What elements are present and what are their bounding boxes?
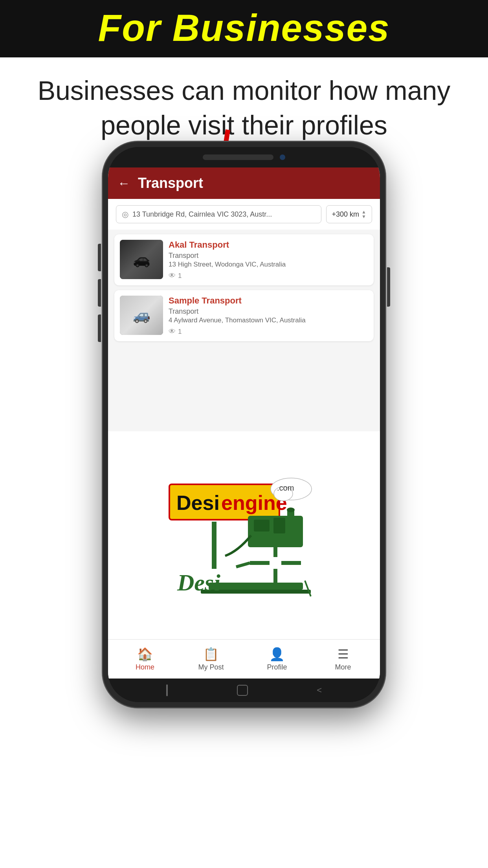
phone-frame: ← Transport ◎ 13 Tunbridge Rd, Cairnlea …	[103, 142, 385, 708]
header-title: For Businesses	[12, 7, 476, 49]
hi-bar	[166, 684, 168, 696]
screen-content: ← Transport ◎ 13 Tunbridge Rd, Cairnlea …	[108, 167, 380, 679]
home-icon: 🏠	[137, 647, 153, 662]
business-category-2: Transport	[169, 307, 368, 316]
view-number-1: 1	[178, 272, 182, 280]
business-address-2: 4 Aylward Avenue, Thomastown VIC, Austra…	[169, 316, 368, 324]
svg-point-14	[287, 508, 295, 512]
business-info-1: Akal Transport Transport 13 High Street,…	[169, 240, 368, 280]
business-image-2	[120, 296, 163, 335]
business-name-2: Sample Transport	[169, 296, 368, 306]
app-bar: ← Transport	[108, 167, 380, 199]
view-number-2: 1	[178, 328, 182, 336]
desiengine-logo: Desi engine .com	[154, 469, 334, 602]
nav-label-mypost: My Post	[198, 663, 224, 671]
front-camera	[280, 154, 285, 160]
search-bar: ◎ 13 Tunbridge Rd, Cairnlea VIC 3023, Au…	[108, 199, 380, 230]
svg-text:Desi: Desi	[177, 570, 220, 596]
distance-selector[interactable]: +300 km ▲ ▼	[326, 205, 372, 223]
business-thumb-1	[120, 240, 163, 279]
subtitle-area: Businesses can monitor how many people v…	[0, 57, 488, 154]
distance-stepper[interactable]: ▲ ▼	[361, 210, 366, 219]
nav-label-more: More	[335, 663, 351, 671]
profile-icon: 👤	[269, 647, 285, 662]
bottom-nav: 🏠 Home 📋 My Post 👤 Profile ☰ More	[108, 639, 380, 679]
more-icon: ☰	[338, 647, 349, 662]
location-input: 13 Tunbridge Rd, Cairnlea VIC 3023, Aust…	[132, 210, 272, 219]
business-card-1[interactable]: Akal Transport Transport 13 High Street,…	[114, 234, 374, 285]
svg-text:Desi: Desi	[176, 491, 220, 514]
nav-label-home: Home	[136, 663, 154, 671]
nav-item-profile[interactable]: 👤 Profile	[244, 647, 310, 671]
business-category-1: Transport	[169, 252, 368, 260]
business-list: Akal Transport Transport 13 High Street,…	[108, 230, 380, 431]
distance-value: +300 km	[332, 210, 360, 219]
header-banner: For Businesses	[0, 0, 488, 57]
business-image-1	[120, 240, 163, 279]
nav-label-profile: Profile	[267, 663, 287, 671]
svg-rect-11	[254, 520, 270, 531]
svg-line-23	[236, 563, 250, 567]
eye-icon-1: 👁	[169, 272, 176, 280]
svg-rect-12	[273, 518, 285, 533]
view-count-2: 👁 1	[169, 327, 368, 336]
nav-item-more[interactable]: ☰ More	[310, 647, 376, 671]
svg-line-27	[305, 581, 311, 596]
business-name-1: Akal Transport	[169, 240, 368, 250]
view-count-1: 👁 1	[169, 272, 368, 280]
business-thumb-2	[120, 296, 163, 335]
phone-screen: ← Transport ◎ 13 Tunbridge Rd, Cairnlea …	[108, 147, 380, 702]
business-info-2: Sample Transport Transport 4 Aylward Ave…	[169, 296, 368, 336]
nav-item-home[interactable]: 🏠 Home	[112, 647, 178, 671]
eye-icon-2: 👁	[169, 327, 176, 336]
hi-square	[237, 685, 248, 696]
phone-mockup: ← Transport ◎ 13 Tunbridge Rd, Cairnlea …	[103, 142, 385, 708]
location-input-wrap[interactable]: ◎ 13 Tunbridge Rd, Cairnlea VIC 3023, Au…	[116, 205, 321, 223]
business-card-2[interactable]: Sample Transport Transport 4 Aylward Ave…	[114, 290, 374, 341]
business-address-1: 13 High Street, Wodonga VIC, Australia	[169, 261, 368, 268]
logo-area: Desi engine .com	[108, 431, 380, 639]
nav-item-mypost[interactable]: 📋 My Post	[178, 647, 244, 671]
svg-text:.com: .com	[277, 484, 294, 492]
svg-rect-24	[209, 583, 303, 590]
home-indicator: <	[108, 679, 380, 702]
subtitle-text: Businesses can monitor how many people v…	[31, 73, 457, 143]
location-icon: ◎	[122, 210, 128, 219]
speaker-grille	[203, 154, 273, 160]
app-bar-title: Transport	[138, 175, 203, 191]
hi-chevron: <	[317, 685, 322, 695]
mypost-icon: 📋	[203, 647, 219, 662]
back-button[interactable]: ←	[117, 176, 130, 191]
phone-notch	[108, 147, 380, 167]
svg-rect-2	[212, 522, 216, 569]
